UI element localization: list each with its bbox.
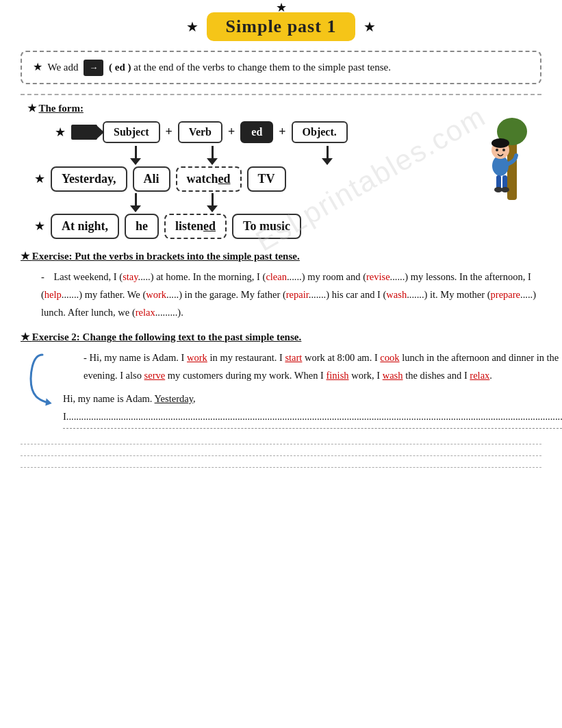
exercise2-title: ★ Exercise 2: Change the following text …: [21, 331, 541, 343]
svg-point-6: [502, 149, 505, 151]
rule-text-2: at the end of the verbs to change them t…: [133, 62, 391, 73]
ex2-serve: serve: [144, 370, 166, 381]
example1-subject: Ali: [133, 166, 170, 192]
ex1-t2: .....) at home. In the morning, I (: [138, 271, 266, 282]
exercise1-title: ★ Exercise: Put the verbs in brackets in…: [21, 250, 541, 262]
rule-ed: ( ed ): [109, 62, 131, 73]
ex2-t6: work, I: [349, 370, 383, 381]
rule-arrow: →: [84, 60, 103, 76]
ex2-content: - Hi, my name is Adam. I work in my rest…: [27, 349, 541, 433]
svg-rect-8: [502, 175, 507, 189]
ex1-t6: .....) in the garage. My father (: [166, 289, 286, 300]
exercise1-text: - Last weekend, I (stay.....) at home. I…: [41, 268, 541, 321]
ex1-prepare: prepare: [491, 289, 520, 300]
ex1-t7: .......) his car and I (: [309, 289, 387, 300]
ex2-t5: my customers during my work. When I: [165, 370, 326, 381]
arrow-down-verb: [207, 146, 218, 165]
ex2-cook: cook: [380, 352, 399, 363]
svg-point-5: [496, 149, 498, 151]
page-title: Simple past 1: [207, 12, 356, 41]
formula-arrow-icon: [71, 125, 97, 140]
left-star: ★: [186, 18, 199, 35]
ex2-work: work: [187, 352, 207, 363]
subject-box: Subject: [103, 121, 160, 143]
ex2-dash: -: [84, 352, 87, 363]
arrow-down-subject2: [130, 193, 141, 212]
plus2: +: [228, 125, 235, 139]
ex2-finish: finish: [327, 370, 349, 381]
ex2-relax: relax: [470, 370, 489, 381]
ex2-t7: the dishes and I: [403, 370, 470, 381]
arrow-down-verb2: [207, 193, 218, 212]
rule-star: ★: [33, 61, 42, 73]
ex1-wash: wash: [386, 289, 407, 300]
ex1-title-text: Exercise: Put the verbs in brackets into…: [32, 251, 300, 262]
ex1-revise: revise: [366, 271, 390, 282]
character-illustration: [466, 114, 535, 203]
ex1-clean: clean: [266, 271, 287, 282]
dotted-line-2: [21, 455, 541, 456]
ex1-help: help: [44, 289, 62, 300]
form-star: ★: [27, 103, 36, 114]
exercise1-section: ★ Exercise: Put the verbs in brackets in…: [21, 250, 541, 321]
ex2-paragraph: - Hi, my name is Adam. I work in my rest…: [84, 349, 562, 384]
svg-point-4: [491, 138, 509, 148]
form-title-text: The form:: [38, 103, 83, 114]
verb-box: Verb: [178, 121, 222, 143]
rule-text-1: We add: [47, 62, 81, 73]
ex2-t2: in my restaurant. I: [207, 352, 285, 363]
ex1-t3: ......) my room and (: [287, 271, 366, 282]
ex2-start: start: [285, 352, 302, 363]
example1-star: ★: [34, 171, 45, 186]
exercise2-section: ★ Exercise 2: Change the following text …: [21, 331, 541, 433]
ex1-dash: -: [41, 271, 44, 282]
yesterday-underline: Yesterday: [155, 393, 193, 404]
example1-verb: watched: [176, 166, 242, 192]
example1-object: TV: [247, 166, 286, 192]
dotted-line-3: [21, 467, 541, 468]
ex1-repair: repair: [286, 289, 309, 300]
dotted-line-1: [21, 444, 541, 444]
ex2-title-text: Exercise 2: Change the following text to…: [32, 331, 301, 342]
blue-arrow-icon: [27, 351, 58, 406]
plus1: +: [166, 125, 173, 139]
example2-subject: he: [125, 214, 159, 239]
rule-box: ★ We add → ( ed ) at the end of the verb…: [21, 51, 541, 84]
formula-star: ★: [55, 125, 66, 140]
plus3: +: [279, 125, 285, 139]
arrow-down-object: [322, 146, 333, 165]
diagram-container: ★ Subject + Verb + ed + Object.: [27, 121, 541, 239]
ex2-wash: wash: [383, 370, 403, 381]
ex1-t5: .......) my father. We (: [62, 289, 146, 300]
ex1-work: work: [146, 289, 166, 300]
ex1-t8: .......) it. My mother (: [407, 289, 490, 300]
ex2-text-block: - Hi, my name is Adam. I work in my rest…: [63, 349, 562, 433]
arrow-down-subject: [130, 146, 141, 165]
example2-object: To music: [232, 214, 301, 239]
ex1-t10: .........).: [155, 307, 183, 318]
ex2-t1: Hi, my name is Adam. I: [89, 352, 187, 363]
ex1-relax: relax: [136, 307, 155, 318]
svg-rect-7: [496, 175, 501, 189]
example2-star: ★: [34, 218, 45, 234]
right-star: ★: [363, 18, 376, 35]
ex1-t1: Last weekend, I (: [53, 271, 123, 282]
answer-line: Hi, my name is Adam. Yesterday, I.......…: [63, 390, 562, 429]
form-section: ★ The form: ★ Subject + Verb + ed + Obje…: [21, 94, 541, 239]
title-row: ★ ★ Simple past 1 ★: [21, 12, 541, 41]
example2-time: At night,: [51, 214, 119, 239]
ex2-t8: .: [489, 370, 492, 381]
ex1-stay: stay: [123, 271, 138, 282]
ex1-star: ★: [21, 251, 29, 262]
example1-time: Yesterday,: [51, 166, 127, 192]
example2-verb: listened: [164, 214, 227, 239]
form-title: ★ The form:: [27, 102, 541, 114]
example-row-2: ★ At night, he listened To music: [34, 214, 541, 239]
svg-point-10: [501, 187, 509, 192]
ed-box: ed: [240, 121, 273, 143]
example-row-1: ★ Yesterday, Ali watched TV: [34, 166, 541, 192]
top-star: ★: [276, 0, 287, 15]
object-box: Object.: [292, 121, 348, 143]
ex2-star: ★: [21, 331, 29, 342]
bottom-lines: [21, 444, 541, 468]
